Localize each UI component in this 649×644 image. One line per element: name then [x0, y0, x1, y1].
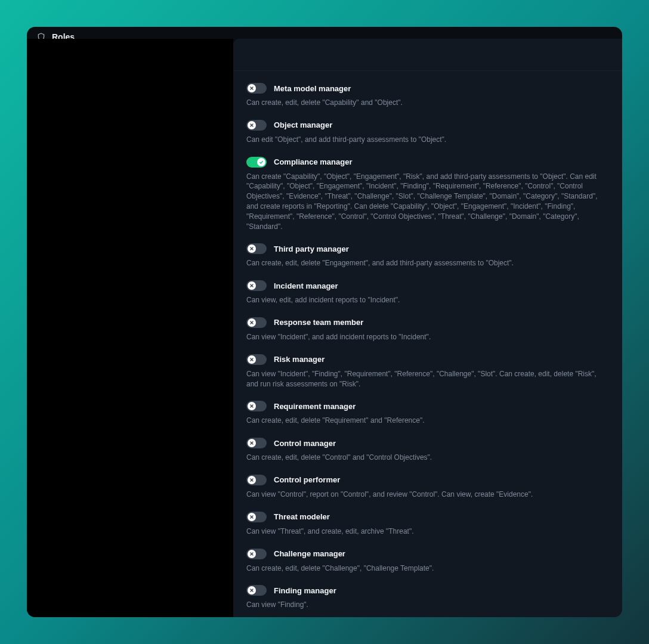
- x-icon: [248, 318, 256, 327]
- role-toggle[interactable]: [246, 120, 267, 131]
- roles-list: Meta model managerCan create, edit, dele…: [233, 71, 622, 617]
- role-description: Can create, edit, delete "Challenge", "C…: [246, 564, 609, 574]
- role-description: Can edit "Object", and add third-party a…: [246, 135, 609, 145]
- header-bar: Roles: [27, 27, 622, 39]
- role-description: Can create, edit, delete "Control" and "…: [246, 453, 609, 463]
- role-toggle[interactable]: [246, 585, 267, 596]
- role-label: Finding manager: [274, 586, 336, 595]
- role-toggle[interactable]: [246, 317, 267, 328]
- role-row: Compliance managerCan create "Capability…: [246, 157, 609, 232]
- role-description: Can view "Finding".: [246, 600, 609, 610]
- role-head: Compliance manager: [246, 157, 609, 168]
- role-description: Can create "Capability", "Object", "Enga…: [246, 172, 609, 232]
- role-label: Risk manager: [274, 355, 324, 364]
- role-description: Can create, edit, delete "Capability" an…: [246, 98, 609, 108]
- role-row: Finding managerCan view "Finding".: [246, 585, 609, 610]
- role-head: Challenge manager: [246, 549, 609, 559]
- role-label: Meta model manager: [274, 84, 351, 93]
- role-label: Incident manager: [274, 281, 338, 290]
- layout: Meta model managerCan create, edit, dele…: [27, 39, 622, 617]
- role-head: Object manager: [246, 120, 609, 131]
- role-row: Incident managerCan view, edit, add inci…: [246, 280, 609, 305]
- role-head: Control manager: [246, 438, 609, 448]
- role-description: Can view "Control", report on "Control",…: [246, 490, 609, 500]
- x-icon: [248, 586, 256, 595]
- x-icon: [248, 121, 256, 129]
- role-head: Risk manager: [246, 354, 609, 365]
- role-row: Third party managerCan create, edit, del…: [246, 243, 609, 268]
- role-head: Incident manager: [246, 280, 609, 291]
- role-description: Can view, edit, add incident reports to …: [246, 295, 609, 305]
- x-icon: [248, 402, 256, 410]
- role-head: Requirement manager: [246, 401, 609, 411]
- role-description: Can view "Incident", and add incident re…: [246, 332, 609, 342]
- role-row: Response team memberCan view "Incident",…: [246, 317, 609, 342]
- x-icon: [248, 439, 256, 447]
- x-icon: [248, 513, 256, 521]
- role-label: Control manager: [274, 439, 336, 448]
- sidebar: [27, 39, 233, 617]
- role-toggle[interactable]: [246, 243, 267, 254]
- role-row: Threat modelerCan view "Threat", and cre…: [246, 512, 609, 537]
- role-head: Threat modeler: [246, 512, 609, 522]
- x-icon: [248, 244, 256, 253]
- roles-panel: Meta model managerCan create, edit, dele…: [233, 39, 622, 617]
- role-row: Requirement managerCan create, edit, del…: [246, 401, 609, 426]
- role-label: Control performer: [274, 475, 340, 484]
- role-toggle[interactable]: [246, 280, 267, 291]
- role-label: Compliance manager: [274, 157, 353, 166]
- role-description: Can create, edit, delete "Requirement" a…: [246, 416, 609, 426]
- x-icon: [248, 281, 256, 290]
- role-label: Threat modeler: [274, 512, 330, 521]
- check-icon: [257, 158, 265, 166]
- role-row: Challenge managerCan create, edit, delet…: [246, 549, 609, 574]
- x-icon: [248, 355, 256, 364]
- role-head: Meta model manager: [246, 83, 609, 94]
- window: Roles Meta model managerCan create, edit…: [27, 27, 622, 617]
- role-head: Control performer: [246, 475, 609, 485]
- role-toggle[interactable]: [246, 549, 267, 559]
- role-head: Response team member: [246, 317, 609, 328]
- role-toggle[interactable]: [246, 438, 267, 448]
- role-description: Can view "Threat", and create, edit, arc…: [246, 527, 609, 537]
- role-toggle[interactable]: [246, 475, 267, 485]
- role-row: Control performerCan view "Control", rep…: [246, 475, 609, 500]
- role-label: Response team member: [274, 318, 363, 327]
- x-icon: [248, 84, 256, 92]
- x-icon: [248, 550, 256, 558]
- role-label: Object manager: [274, 120, 332, 129]
- role-description: Can view "Incident", "Finding", "Require…: [246, 369, 609, 389]
- role-head: Third party manager: [246, 243, 609, 254]
- role-row: Object managerCan edit "Object", and add…: [246, 120, 609, 145]
- role-toggle[interactable]: [246, 157, 267, 168]
- role-toggle[interactable]: [246, 354, 267, 365]
- role-row: Control managerCan create, edit, delete …: [246, 438, 609, 463]
- role-toggle[interactable]: [246, 83, 267, 94]
- role-toggle[interactable]: [246, 401, 267, 411]
- role-toggle[interactable]: [246, 512, 267, 522]
- role-row: Risk managerCan view "Incident", "Findin…: [246, 354, 609, 389]
- role-label: Challenge manager: [274, 549, 345, 558]
- role-description: Can create, edit, delete "Engagement", a…: [246, 258, 609, 268]
- x-icon: [248, 476, 256, 484]
- role-label: Third party manager: [274, 244, 349, 253]
- panel-toolbar: [233, 39, 622, 71]
- role-label: Requirement manager: [274, 402, 356, 411]
- role-row: Meta model managerCan create, edit, dele…: [246, 83, 609, 108]
- role-head: Finding manager: [246, 585, 609, 596]
